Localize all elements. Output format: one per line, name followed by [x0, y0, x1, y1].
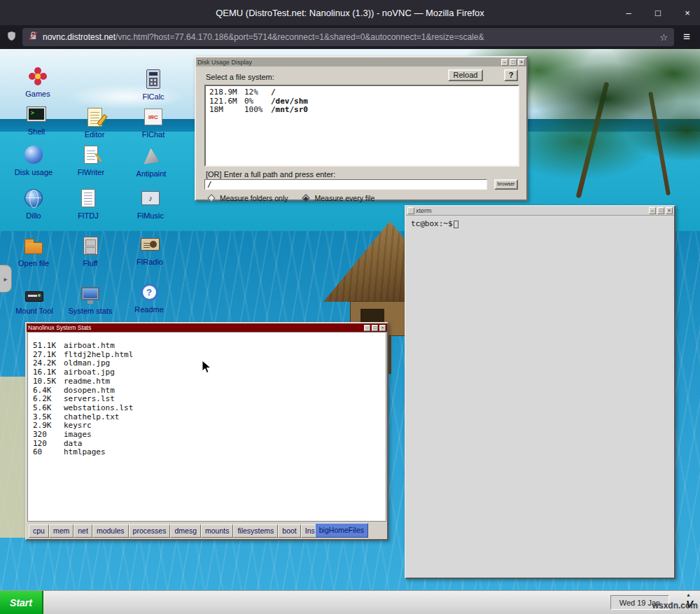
desktop-icon-fltdj[interactable]: FlTDJ: [65, 186, 111, 220]
paint-icon: [128, 144, 174, 168]
mouse-cursor: [202, 360, 211, 377]
url-text[interactable]: novnc.distrotest.net/vnc.html?host=77.64…: [43, 32, 654, 42]
chevron-right-icon: ▸: [4, 275, 7, 283]
tab-mem[interactable]: mem: [49, 524, 74, 538]
terminal-output[interactable]: tc@box:~$: [406, 216, 674, 578]
xterm-titlebar[interactable]: xterm – □ ×: [406, 207, 674, 216]
tab-net[interactable]: net: [74, 524, 92, 538]
url-domain: novnc.distrotest.net: [43, 32, 115, 42]
desktop-icon-flwriter[interactable]: FlWriter: [68, 143, 114, 176]
radio-measure-folders[interactable]: Measure folders only: [209, 194, 288, 202]
shell-prompt: tc@box:~$: [411, 219, 453, 228]
novnc-controlbar-handle[interactable]: ▸: [0, 265, 12, 293]
window-title: QEMU (DistroTest.net: Nanolinux (1.3)) -…: [216, 8, 484, 18]
desktop-icon-editor[interactable]: Editor: [71, 105, 118, 139]
radio-label: Measure every file: [314, 194, 374, 202]
disk-usage-window[interactable]: Disk Usage Display – □ × Select a file s…: [195, 56, 528, 201]
desktop-icon-flradio[interactable]: FlRadio: [127, 232, 173, 266]
firefox-titlebar: QEMU (DistroTest.net: Nanolinux (1.3)) -…: [0, 0, 700, 25]
desktop-icon-mount-tool[interactable]: Mount Tool: [11, 281, 57, 315]
tab-cpu[interactable]: cpu: [29, 524, 49, 538]
radio-diamond-icon[interactable]: [207, 194, 215, 202]
browse-button[interactable]: browser: [494, 179, 518, 190]
desktop-icon-shell[interactable]: Shell: [13, 102, 59, 136]
filesystem-row[interactable]: 218.9M 12% /: [209, 88, 514, 97]
close-button[interactable]: ×: [379, 325, 386, 331]
document-icon: [65, 186, 111, 210]
desktop-icon-antipaint[interactable]: Antipaint: [128, 144, 174, 178]
close-button[interactable]: ×: [666, 207, 673, 214]
fs-mountpoint: /mnt/sr0: [271, 106, 308, 115]
irc-icon: IRC: [130, 105, 176, 129]
disk-window-titlebar[interactable]: Disk Usage Display – □ ×: [196, 57, 526, 67]
close-button[interactable]: ×: [682, 8, 693, 18]
stats-titlebar[interactable]: Nanolinux System Stats – □ ×: [27, 323, 387, 332]
desktop-icon-label: Mount Tool: [11, 307, 57, 315]
close-button[interactable]: ×: [518, 59, 525, 66]
vnc-desktop[interactable]: Games FlCalc Shell Editor IRC FlChat Dis…: [0, 49, 700, 590]
radio-diamond-icon[interactable]: [302, 194, 310, 202]
reload-button[interactable]: Reload: [448, 69, 483, 81]
desktop-icon-label: Disk usage: [10, 168, 57, 176]
fs-size: 218.9M: [209, 88, 244, 97]
file-row[interactable]: 5.6Kwebstations.lst: [33, 404, 386, 413]
shield-icon[interactable]: [7, 31, 16, 44]
desktop-icon-flcalc[interactable]: FlCalc: [130, 67, 176, 101]
url-bar[interactable]: novnc.distrotest.net/vnc.html?host=77.64…: [22, 28, 674, 46]
watermark: wsxdn.com: [652, 601, 698, 610]
desktop-icon-label: FlChat: [130, 130, 176, 139]
file-size: 16.1K: [33, 368, 64, 377]
minimize-button[interactable]: –: [501, 59, 508, 66]
bookmark-star-icon[interactable]: ☆: [659, 32, 668, 43]
hamburger-menu-icon[interactable]: ≡: [680, 30, 693, 44]
desktop-icon-flmusic[interactable]: FlMusic: [127, 186, 174, 220]
xterm-window[interactable]: xterm – □ × tc@box:~$: [405, 205, 676, 579]
tab-filesystems[interactable]: filesystems: [233, 524, 278, 538]
insecure-lock-icon[interactable]: [29, 31, 38, 43]
maximize-button[interactable]: □: [510, 59, 517, 66]
tab-processes[interactable]: processes: [129, 524, 171, 538]
desktop-icon-disk-usage[interactable]: Disk usage: [10, 143, 57, 176]
minimize-button[interactable]: –: [623, 8, 634, 18]
maximize-button[interactable]: □: [372, 325, 378, 331]
window-menu-icon[interactable]: [407, 207, 414, 214]
tab-ins[interactable]: Ins: [301, 524, 316, 538]
tab-bighomefiles[interactable]: bigHomeFiles: [315, 523, 368, 538]
select-filesystem-label: Select a file system:: [206, 73, 274, 81]
minimize-button[interactable]: –: [364, 325, 370, 331]
cabinet-icon: [67, 234, 113, 258]
file-row[interactable]: 320images: [33, 431, 386, 440]
desktop-icon-label: Readme: [126, 305, 172, 314]
terminal-cursor: [454, 221, 458, 228]
measure-mode-radios: Measure folders only Measure every file: [209, 194, 374, 202]
folder-icon: [10, 234, 57, 258]
radio-measure-every-file[interactable]: Measure every file: [303, 194, 374, 202]
file-row[interactable]: 60htmlpages: [33, 448, 386, 457]
path-input[interactable]: [204, 179, 487, 190]
file-name: airboat.htm: [64, 342, 115, 351]
file-row[interactable]: 10.5Kreadme.htm: [33, 377, 386, 386]
system-stats-window[interactable]: Nanolinux System Stats – □ × 51.1Kairboa…: [25, 322, 388, 540]
filesystem-row[interactable]: 18M 100% /mnt/sr0: [209, 106, 514, 115]
desktop-icon-games[interactable]: Games: [15, 64, 61, 98]
desktop-icon-flchat[interactable]: IRC FlChat: [130, 105, 176, 139]
url-path: /vnc.html?host=77.64.170.186&port=5714&r…: [115, 32, 484, 42]
start-button[interactable]: Start: [0, 591, 43, 614]
help-button[interactable]: ?: [504, 69, 518, 81]
desktop-icon-open-file[interactable]: Open file: [10, 234, 57, 267]
tab-mounts[interactable]: mounts: [201, 524, 233, 538]
file-row[interactable]: 51.1Kairboat.htm: [33, 342, 386, 351]
minimize-button[interactable]: –: [649, 207, 656, 214]
filesystem-list[interactable]: 218.9M 12% / 121.6M 0% /dev/shm 18M 100%…: [204, 85, 519, 167]
maximize-button[interactable]: □: [652, 8, 664, 18]
maximize-button[interactable]: □: [657, 207, 664, 214]
tab-boot[interactable]: boot: [278, 524, 300, 538]
terminal-icon: [13, 102, 59, 126]
desktop-icon-fluff[interactable]: Fluff: [67, 234, 113, 267]
tray-arrow-icon[interactable]: ▲: [686, 592, 691, 597]
desktop-icon-dillo[interactable]: Dillo: [10, 186, 57, 220]
tab-dmesg[interactable]: dmesg: [170, 524, 201, 538]
tab-modules[interactable]: modules: [92, 524, 129, 538]
desktop-icon-readme[interactable]: Readme: [126, 280, 172, 314]
desktop-icon-system-stats[interactable]: System stats: [67, 281, 113, 315]
